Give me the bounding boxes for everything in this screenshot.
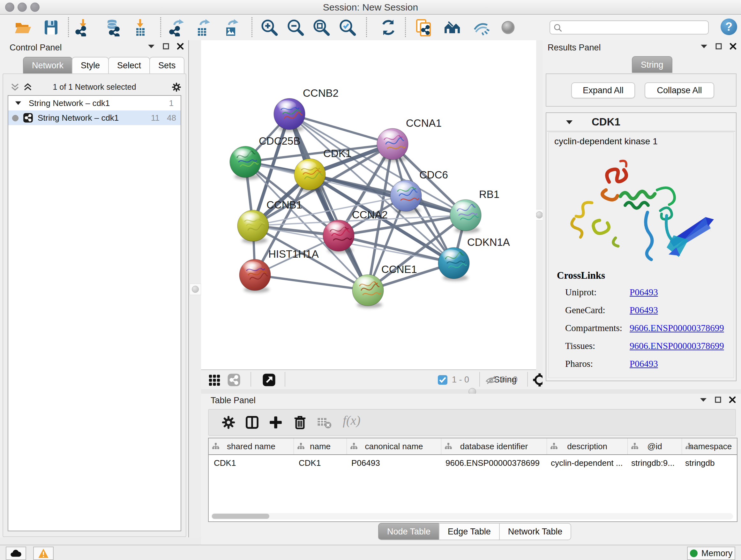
entry-header[interactable]: CDK1 (547, 113, 735, 132)
table-horizontal-scrollbar[interactable] (211, 513, 733, 519)
close-panel-icon[interactable] (729, 396, 736, 403)
control-panel-tabs: NetworkStyleSelectSets (23, 57, 184, 73)
clone-network-icon[interactable] (415, 18, 433, 37)
open-session-icon[interactable] (14, 18, 31, 37)
import-network-from-database-icon[interactable] (105, 18, 123, 37)
column-header-canonical-name[interactable]: canonical name (347, 438, 441, 454)
table-row[interactable]: CDK1CDK1P064939606.ENSP00000378699cyclin… (209, 455, 737, 471)
collapse-all-button[interactable]: Collapse All (645, 82, 714, 98)
export-table-icon[interactable] (194, 18, 212, 37)
table-panel-tabs: Node TableEdge TableNetwork Table (378, 523, 570, 540)
left-splitter[interactable] (189, 40, 201, 537)
crosslink-link[interactable]: 9606.ENSP00000378699 (630, 341, 724, 351)
float-panel-icon[interactable] (716, 43, 722, 50)
entry-content: cyclin-dependent kinase 1 (548, 132, 734, 378)
tab-network[interactable]: Network (23, 57, 72, 73)
crosslink-label: Compartments: (565, 323, 622, 333)
network-options-gear-icon[interactable] (171, 82, 182, 92)
network-collection-row[interactable]: String Network – cdk1 1 (8, 96, 181, 111)
table-settings-gear-icon[interactable] (221, 415, 236, 430)
zoom-in-icon[interactable] (260, 18, 278, 37)
crosslink-link[interactable]: 9606.ENSP00000378699 (630, 323, 724, 333)
memory-button[interactable]: Memory (687, 547, 735, 560)
zoom-out-icon[interactable] (286, 18, 305, 37)
tab-select[interactable]: Select (108, 57, 150, 73)
crosslink-link[interactable]: P06493 (630, 359, 658, 369)
float-panel-icon[interactable] (715, 396, 721, 403)
tab-style[interactable]: Style (72, 57, 109, 73)
export-network-icon[interactable] (168, 18, 186, 37)
search-input[interactable] (564, 22, 706, 33)
crosslink-link[interactable]: P06493 (630, 305, 658, 315)
column-header-shared-name[interactable]: shared name (209, 438, 294, 454)
search-field[interactable] (549, 20, 709, 35)
help-button[interactable]: ? (721, 18, 737, 35)
horizontal-splitter[interactable] (201, 389, 741, 394)
node-gloss (277, 100, 296, 111)
column-header-id[interactable]: @id (628, 438, 682, 454)
node-label-CCNB2: CCNB2 (303, 87, 339, 99)
hide-details-icon[interactable] (472, 18, 490, 37)
toolbar-separator (160, 17, 161, 37)
hidden-node-edge-counts: 0 - 0 (500, 370, 518, 390)
column-header-description[interactable]: description (547, 438, 628, 454)
network-canvas[interactable]: CCNB2CCNA1CDC25BCDK1CDC6RB1CCNB1CCNA2CDK… (201, 40, 536, 369)
tab-string[interactable]: String (632, 56, 672, 73)
crosslink-row: Tissues:9606.ENSP00000378699 (557, 341, 605, 353)
tab-network-table[interactable]: Network Table (499, 523, 571, 540)
close-panel-icon[interactable] (730, 43, 737, 50)
panel-menu-icon[interactable] (700, 44, 708, 49)
import-network-from-file-icon[interactable] (74, 18, 92, 37)
selected-nodes-checkbox[interactable] (438, 375, 448, 385)
current-network-dot-icon (12, 115, 18, 121)
node-gloss (441, 249, 461, 260)
node-label-RB1: RB1 (479, 188, 499, 200)
column-header-database-identifier[interactable]: database identifier (441, 438, 547, 454)
column-header-name[interactable]: name (294, 438, 347, 454)
tree-expander-icon[interactable] (15, 101, 22, 106)
tab-sets[interactable]: Sets (149, 57, 185, 73)
zoom-fit-icon[interactable] (313, 18, 330, 37)
panel-menu-icon[interactable] (699, 397, 707, 402)
grid-view-icon[interactable] (208, 374, 221, 387)
first-neighbors-icon[interactable] (443, 18, 461, 37)
expand-all-button[interactable]: Expand All (571, 82, 635, 98)
left-splitter-grip[interactable] (190, 284, 201, 295)
export-image-icon[interactable] (222, 18, 240, 37)
network-graph[interactable]: CCNB2CCNA1CDC25BCDK1CDC6RB1CCNB1CCNA2CDK… (201, 40, 536, 369)
network-row[interactable]: String Network – cdk1 11 48 (8, 111, 181, 125)
table-cell: stringdb (680, 455, 737, 471)
show-columns-icon[interactable] (245, 415, 260, 430)
table-cell: P06493 (346, 455, 441, 471)
save-session-icon[interactable] (42, 18, 60, 37)
crosslink-link[interactable]: P06493 (630, 287, 658, 298)
column-header-namespace[interactable]: namespace (682, 438, 738, 454)
import-table-from-file-icon[interactable] (131, 18, 149, 37)
network-label: String Network – cdk1 (38, 111, 119, 125)
table-panel: Table Panel f(x) shared namenamecanonica… (201, 394, 741, 545)
scrollbar-thumb[interactable] (212, 514, 269, 519)
entry-expander-icon[interactable] (565, 120, 573, 125)
window-title: Session: New Session (0, 0, 741, 14)
network-edge-count: 48 (167, 111, 176, 125)
float-panel-icon[interactable] (163, 43, 169, 50)
refresh-view-icon[interactable] (380, 18, 397, 37)
zoom-selected-icon[interactable] (339, 18, 356, 37)
cloud-status-button[interactable] (6, 547, 26, 560)
edge-HIST1H1A-CCNE1[interactable] (255, 275, 368, 290)
create-column-plus-icon[interactable] (268, 415, 283, 430)
crosslink-row: Pharos:P06493 (557, 359, 605, 371)
right-splitter[interactable] (536, 40, 542, 389)
show-graphics-details-icon[interactable] (499, 18, 517, 37)
node-label-CDC6: CDC6 (419, 169, 448, 181)
tab-edge-table[interactable]: Edge Table (439, 523, 500, 540)
close-panel-icon[interactable] (177, 43, 184, 50)
panel-menu-icon[interactable] (147, 44, 155, 49)
tab-node-table[interactable]: Node Table (378, 523, 440, 540)
crosslink-label: Tissues: (565, 341, 595, 351)
warnings-button[interactable] (33, 547, 54, 560)
open-in-window-icon[interactable] (262, 373, 276, 387)
table-cell: CDK1 (209, 455, 293, 471)
delete-column-trash-icon[interactable] (292, 415, 308, 430)
network-style-badge-icon[interactable] (227, 373, 241, 387)
